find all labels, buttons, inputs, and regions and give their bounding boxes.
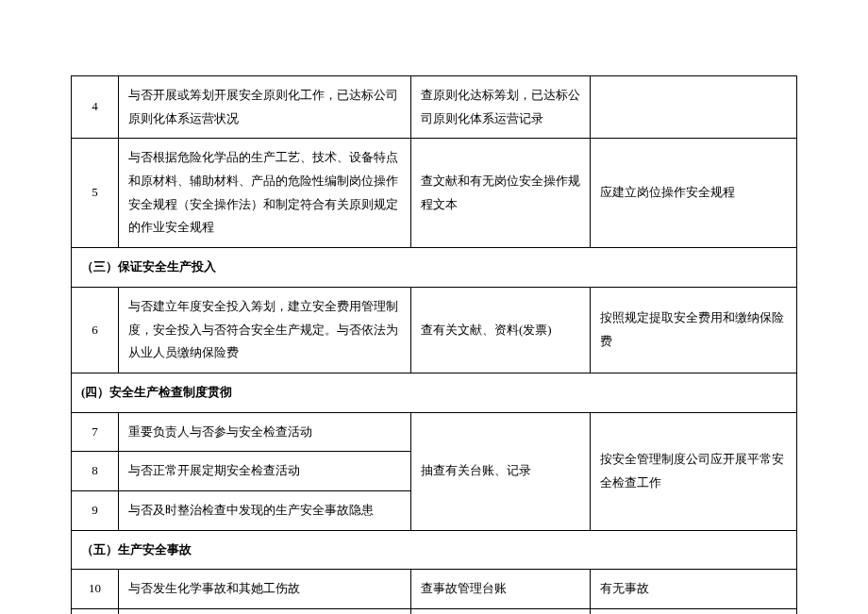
row-number: 10 bbox=[72, 570, 119, 609]
section-header: （三）保证安全生产投入 bbox=[72, 248, 797, 288]
row-remark: 按照规定提取安全费用和缴纳保险费 bbox=[591, 287, 797, 373]
row-remark: 有无事故 bbox=[591, 570, 797, 609]
row-method: 查原则化达标筹划，已达标公司原则化体系运营记录 bbox=[411, 76, 591, 139]
table-row: 11 与否如实、及时报告生产安全事故 事故报告单 如实及时报告 bbox=[72, 609, 797, 615]
row-desc: 与否建立年度安全投入筹划，建立安全费用管理制度，安全投入与否符合安全生产规定。与… bbox=[119, 287, 411, 373]
row-remark bbox=[591, 76, 797, 139]
section-title: (四）安全生产检查制度贯彻 bbox=[72, 373, 797, 412]
row-desc: 与否如实、及时报告生产安全事故 bbox=[119, 609, 411, 615]
row-method: 查文献和有无岗位安全操作规程文本 bbox=[411, 139, 591, 248]
section-title: （三）保证安全生产投入 bbox=[72, 248, 797, 288]
section-header: （五）生产安全事故 bbox=[72, 530, 797, 570]
row-number: 9 bbox=[72, 490, 119, 530]
row-desc: 与否发生化学事故和其她工伤故 bbox=[119, 570, 411, 609]
row-number: 6 bbox=[72, 287, 119, 373]
row-desc: 与否开展或筹划开展安全原则化工作，已达标公司原则化体系运营状况 bbox=[119, 76, 411, 139]
row-number: 11 bbox=[72, 609, 119, 615]
row-number: 7 bbox=[72, 412, 119, 452]
table-row: 10 与否发生化学事故和其她工伤故 查事故管理台账 有无事故 bbox=[72, 570, 797, 609]
row-desc: 与否正常开展定期安全检查活动 bbox=[119, 452, 411, 491]
row-remark: 如实及时报告 bbox=[591, 609, 797, 615]
row-number: 5 bbox=[72, 139, 119, 248]
row-desc: 与否及时整治检查中发现的生产安全事故隐患 bbox=[119, 490, 411, 530]
section-title: （五）生产安全事故 bbox=[72, 530, 797, 570]
table-row: 6 与否建立年度安全投入筹划，建立安全费用管理制度，安全投入与否符合安全生产规定… bbox=[72, 287, 797, 373]
table-row: 7 重要负责人与否参与安全检查活动 抽查有关台账、记录 按安全管理制度公司应开展… bbox=[72, 412, 797, 452]
table-row: 4 与否开展或筹划开展安全原则化工作，已达标公司原则化体系运营状况 查原则化达标… bbox=[72, 76, 797, 139]
row-method: 抽查有关台账、记录 bbox=[411, 412, 591, 530]
row-desc: 与否根据危险化学品的生产工艺、技术、设备特点和原材料、辅助材料、产品的危险性编制… bbox=[119, 139, 411, 248]
safety-inspection-table: 4 与否开展或筹划开展安全原则化工作，已达标公司原则化体系运营状况 查原则化达标… bbox=[71, 75, 797, 614]
row-remark: 应建立岗位操作安全规程 bbox=[591, 139, 797, 248]
row-method: 查事故管理台账 bbox=[411, 570, 591, 609]
row-method: 查有关文献、资料(发票) bbox=[411, 287, 591, 373]
row-number: 4 bbox=[72, 76, 119, 139]
row-desc: 重要负责人与否参与安全检查活动 bbox=[119, 412, 411, 452]
row-remark: 按安全管理制度公司应开展平常安全检查工作 bbox=[591, 412, 797, 530]
row-number: 8 bbox=[72, 452, 119, 491]
row-method: 事故报告单 bbox=[411, 609, 591, 615]
table-row: 5 与否根据危险化学品的生产工艺、技术、设备特点和原材料、辅助材料、产品的危险性… bbox=[72, 139, 797, 248]
section-header: (四）安全生产检查制度贯彻 bbox=[72, 373, 797, 412]
